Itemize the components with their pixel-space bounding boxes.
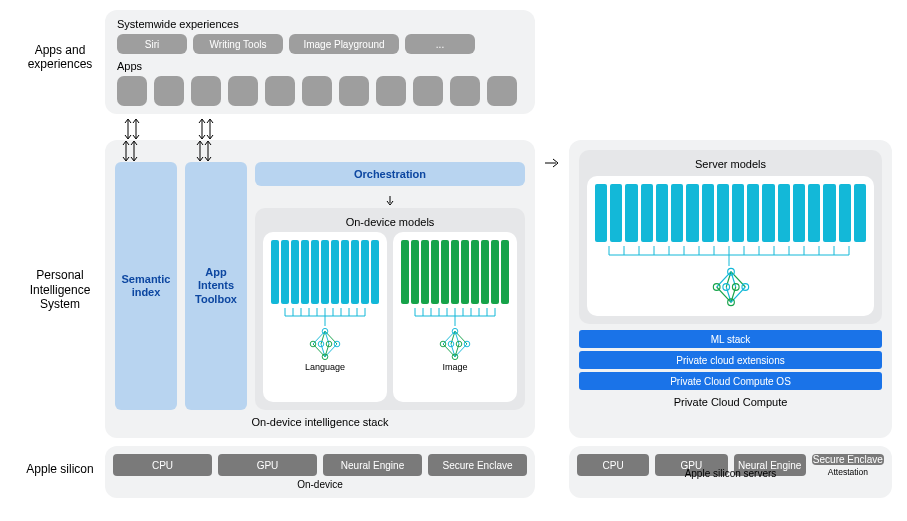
server-models-panel: Server models: [579, 150, 882, 324]
chip-siri: Siri: [117, 34, 187, 54]
server-models-title: Server models: [587, 158, 874, 170]
attestation-label: Attestation: [812, 467, 884, 477]
orchestration-box: Orchestration: [255, 162, 525, 186]
app-box: [191, 76, 221, 106]
app-box: [228, 76, 258, 106]
app-box: [117, 76, 147, 106]
image-model-card: Image: [393, 232, 517, 402]
silicon-chip-enclave: Secure Enclave: [428, 454, 527, 476]
app-box: [376, 76, 406, 106]
chip-image-playground: Image Playground: [289, 34, 399, 54]
apps-experiences-label: Apps and experiences: [28, 43, 93, 72]
pcc-os-bar: Private Cloud Compute OS: [579, 372, 882, 390]
bidir-arrow-icon: [196, 118, 216, 140]
app-box: [487, 76, 517, 106]
bidir-arrow-icon: [194, 140, 214, 162]
chip-writing-tools: Writing Tools: [193, 34, 283, 54]
silicon-chip-cpu: CPU: [577, 454, 649, 476]
neural-net-icon: [707, 266, 755, 308]
right-arrow-icon: [545, 156, 559, 170]
bidir-arrow-icon: [120, 140, 140, 162]
silicon-on-device-caption: On-device: [113, 479, 527, 490]
apple-silicon-label: Apple silicon: [26, 462, 93, 476]
model-bars-icon: [401, 240, 509, 304]
ml-stack-bar: ML stack: [579, 330, 882, 348]
language-model-card: Language: [263, 232, 387, 402]
image-label: Image: [442, 362, 467, 372]
model-bars-icon: [595, 184, 866, 242]
silicon-chip-neural: Neural Engine: [323, 454, 422, 476]
svg-point-91: [727, 268, 734, 275]
silicon-chip-cpu: CPU: [113, 454, 212, 476]
comb-connector-icon: [601, 246, 861, 266]
on-device-stack-caption: On-device intelligence stack: [115, 416, 525, 428]
pis-label: Personal Intelligence System: [30, 268, 91, 311]
svg-point-96: [727, 299, 734, 306]
svg-point-95: [741, 284, 748, 291]
app-box: [154, 76, 184, 106]
app-intents-box: App Intents Toolbox: [185, 162, 247, 410]
app-box: [265, 76, 295, 106]
on-device-models-title: On-device models: [263, 216, 517, 228]
apps-panel: Systemwide experiences Siri Writing Tool…: [105, 10, 535, 114]
on-device-models-panel: On-device models: [255, 208, 525, 410]
comb-connector-icon: [280, 308, 370, 326]
app-box: [450, 76, 480, 106]
semantic-index-box: Semantic index: [115, 162, 177, 410]
language-label: Language: [305, 362, 345, 372]
private-cloud-ext-bar: Private cloud extensions: [579, 351, 882, 369]
app-box: [339, 76, 369, 106]
app-box: [413, 76, 443, 106]
pcc-panel: Server models: [569, 140, 892, 438]
neural-net-icon: [435, 326, 475, 362]
apps-title: Apps: [117, 60, 523, 72]
svg-point-92: [713, 284, 720, 291]
app-box: [302, 76, 332, 106]
silicon-chip-enclave: Secure Enclave: [812, 454, 884, 465]
model-bars-icon: [271, 240, 379, 304]
silicon-chip-gpu: GPU: [218, 454, 317, 476]
pcc-caption: Private Cloud Compute: [579, 396, 882, 408]
neural-net-icon: [305, 326, 345, 362]
systemwide-title: Systemwide experiences: [117, 18, 523, 30]
silicon-on-device-panel: CPU GPU Neural Engine Secure Enclave On-…: [105, 446, 535, 498]
down-arrow-icon: [385, 196, 395, 206]
systemwide-chips: Siri Writing Tools Image Playground ...: [117, 34, 523, 54]
chip-more: ...: [405, 34, 475, 54]
apps-grid: [117, 76, 523, 106]
server-model-card: [587, 176, 874, 316]
comb-connector-icon: [410, 308, 500, 326]
bidir-arrow-icon: [122, 118, 142, 140]
on-device-stack-panel: Semantic index App Intents Toolbox Orche…: [105, 140, 535, 438]
silicon-servers-panel: CPU GPU Neural Engine Secure Enclave Att…: [569, 446, 892, 498]
